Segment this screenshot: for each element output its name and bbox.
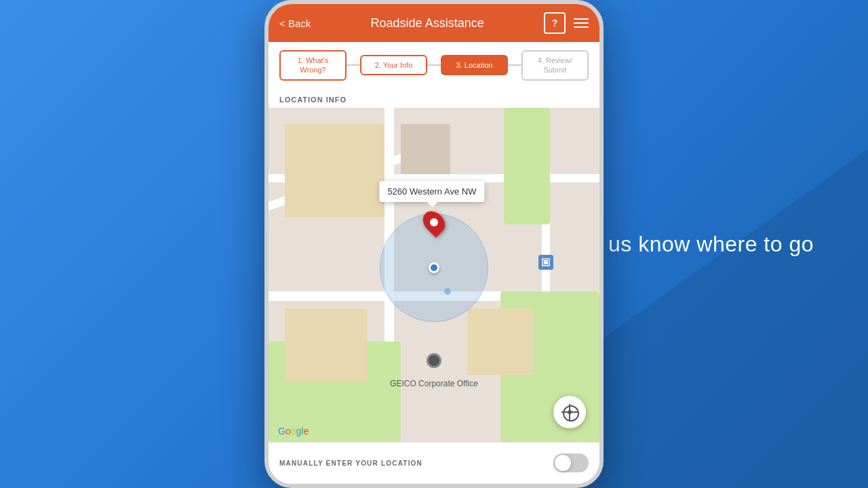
step-2-box[interactable]: 2. Your Info <box>360 55 427 75</box>
step-1[interactable]: 1. What'sWrong? <box>279 50 347 81</box>
side-text: Let us know where to go <box>571 232 814 257</box>
building-2 <box>401 124 450 174</box>
step-2[interactable]: 2. Your Info <box>360 55 427 75</box>
app-header: < Back Roadside Assistance ? <box>269 4 599 42</box>
manual-location-toggle[interactable] <box>553 453 589 472</box>
step-4-box: 4. Review/Submit <box>521 50 589 81</box>
address-callout: 5260 Western Ave NW <box>379 181 484 202</box>
target-icon <box>561 404 578 420</box>
back-label: < Back <box>279 18 311 29</box>
place-label: GEICO Corporate Office <box>390 379 478 388</box>
section-label: LOCATION INFO <box>269 89 599 108</box>
step-arrow-3 <box>508 64 521 66</box>
steps-bar: 1. What'sWrong? 2. Your Info 3. Location… <box>269 42 599 89</box>
building-1 <box>285 124 384 218</box>
step-3[interactable]: 3. Location <box>441 55 508 75</box>
building-4 <box>467 308 534 375</box>
bottom-section: MANUALLY ENTER YOUR LOCATION <box>269 442 599 484</box>
address-text: 5260 Western Ave NW <box>387 186 476 197</box>
phone-wrapper: Let us know where to go < Back Roadside … <box>0 0 868 488</box>
svg-rect-1 <box>544 260 548 264</box>
manual-location-row: MANUALLY ENTER YOUR LOCATION <box>269 443 599 484</box>
manual-location-label: MANUALLY ENTER YOUR LOCATION <box>279 460 422 467</box>
map-square-icon <box>538 255 553 270</box>
map-container[interactable]: 5260 Western Ave NW GEICO Corporate Offi… <box>269 108 599 442</box>
help-icon[interactable]: ? <box>544 12 566 34</box>
gps-button[interactable] <box>553 396 586 428</box>
step-4: 4. Review/Submit <box>521 50 589 81</box>
step-arrow-1 <box>347 64 360 66</box>
gps-dot-secondary <box>444 288 451 295</box>
step-1-box[interactable]: 1. What'sWrong? <box>279 50 347 81</box>
menu-icon[interactable] <box>574 18 589 28</box>
step-3-box[interactable]: 3. Location <box>441 55 508 75</box>
back-button[interactable]: < Back <box>279 18 311 29</box>
building-3 <box>285 308 368 382</box>
google-logo: Google <box>278 426 309 436</box>
header-icons: ? <box>544 12 589 34</box>
green-area-2 <box>504 108 550 225</box>
step-arrow-2 <box>427 64 441 66</box>
phone-frame: < Back Roadside Assistance ? 1. What'sWr… <box>264 0 604 488</box>
location-pin <box>425 210 443 235</box>
header-title: Roadside Assistance <box>311 16 544 30</box>
